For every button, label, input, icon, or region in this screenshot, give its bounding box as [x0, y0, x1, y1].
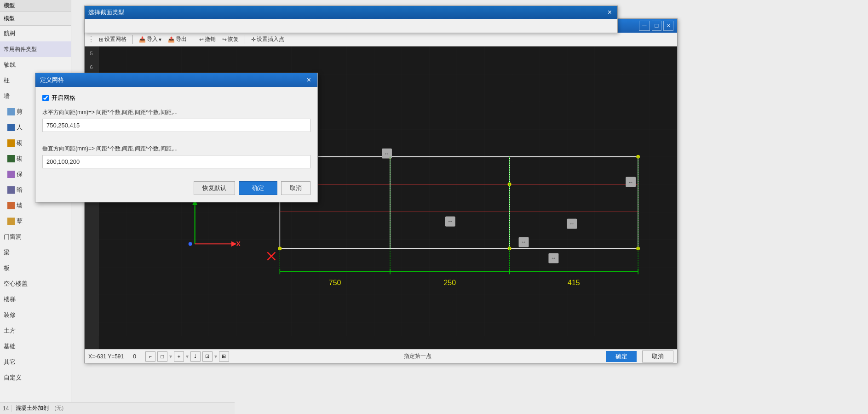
- v-spacing-group: 垂直方向间距(mm)=> 间距*个数,间距,间距*个数,间距,...: [42, 145, 310, 175]
- status-icon-box[interactable]: □: [157, 351, 167, 362]
- bottom-material-value: (无): [52, 404, 65, 412]
- editor-minimize-btn[interactable]: ─: [639, 21, 650, 31]
- dim-label-750: 750: [329, 279, 341, 287]
- editor-toolbar1: ⋮ ⊞ 设置网格 📥 导入 ▾ 📤 导出 ↩ 撤销 ↪ 恢复: [85, 33, 677, 46]
- enable-grid-checkbox[interactable]: [42, 95, 49, 101]
- bottom-material-label: 混凝土外加剂: [12, 404, 52, 412]
- sidebar-item-common[interactable]: 常用构件类型: [0, 41, 71, 57]
- select-section-dialog: 选择截面类型 ×: [84, 6, 618, 33]
- restore-default-btn[interactable]: 恢复默认: [194, 181, 235, 195]
- grid-dialog-buttons: 恢复默认 确定 取消: [42, 181, 310, 195]
- editor-close-btn[interactable]: ×: [663, 21, 673, 31]
- sep2: [193, 35, 193, 44]
- svg-text:↔: ↔: [384, 150, 390, 157]
- status-icon-note[interactable]: ♩: [190, 351, 201, 362]
- toolbar-import-btn[interactable]: 📥 导入 ▾: [137, 34, 164, 44]
- grid-dialog-body: 开启网格 水平方向间距(mm)=> 间距*个数,间距,间距*个数,间距,... …: [35, 87, 317, 202]
- grid-dialog-titlebar: 定义网格 ×: [35, 73, 317, 87]
- sidebar-item-hollow[interactable]: 空心楼盖: [0, 276, 71, 292]
- sidebar-item-foundation[interactable]: 基础: [0, 339, 71, 354]
- select-section-title: 选择截面类型: [88, 8, 124, 17]
- svg-text:↔: ↔: [551, 255, 556, 261]
- grid-dialog: 定义网格 × 开启网格 水平方向间距(mm)=> 间距*个数,间距,间距*个数,…: [35, 73, 318, 202]
- sidebar-item-door[interactable]: 门窗洞: [0, 229, 71, 245]
- bottom-strip: 14 混凝土外加剂 (无): [0, 402, 235, 414]
- status-icon-plus[interactable]: +: [174, 351, 184, 362]
- status-icons: ⌐ □ ▾ + ▾ ♩ ⊡ ▾ ⊞: [145, 351, 229, 362]
- sidebar-item-xun[interactable]: 蕈: [4, 213, 71, 229]
- toolbar-export-btn[interactable]: 📤 导出: [166, 34, 189, 44]
- sep3: [245, 35, 245, 44]
- status-prompt: 指定第一点: [235, 352, 601, 360]
- toolbar1-drag-handle: ⋮: [87, 35, 95, 44]
- sep1: [132, 35, 133, 44]
- undo-icon: ↩: [199, 36, 204, 43]
- select-section-close-btn[interactable]: ×: [606, 9, 614, 16]
- enable-grid-row: 开启网格: [42, 94, 310, 102]
- status-icon-corner[interactable]: ⌐: [145, 351, 155, 362]
- sidebar-item-axis[interactable]: 轴线: [0, 57, 71, 73]
- svg-point-4: [189, 242, 192, 246]
- import-icon: 📥: [139, 36, 146, 43]
- sidebar-item-slab[interactable]: 板: [0, 260, 71, 276]
- sidebar: 模型 模型 航树 常用构件类型 轴线 柱 墙 剪 人 砌 砌 保 暗 墙 蕈 门…: [0, 0, 71, 414]
- sidebar-header: 模型: [0, 0, 71, 12]
- status-coords: X=-631 Y=591: [88, 353, 124, 360]
- status-zero: 0: [129, 353, 140, 360]
- grid-icon: ⊞: [99, 36, 103, 43]
- bottom-row-num: 14: [0, 405, 12, 412]
- h-spacing-input[interactable]: [42, 119, 310, 132]
- h-spacing-group: 水平方向间距(mm)=> 间距*个数,间距,间距*个数,间距,...: [42, 109, 310, 138]
- x-axis-label: X: [236, 240, 241, 247]
- status-icon-screen[interactable]: ⊡: [202, 351, 213, 362]
- dim-label-415: 415: [568, 279, 580, 287]
- sidebar-model-tab[interactable]: 模型: [0, 12, 71, 26]
- status-cancel-btn[interactable]: 取消: [642, 351, 673, 362]
- h-spacing-label: 水平方向间距(mm)=> 间距*个数,间距,间距*个数,间距,...: [42, 109, 310, 116]
- svg-text:↔: ↔: [628, 179, 633, 185]
- row-num-6: 6: [85, 60, 98, 74]
- sidebar-item-stair[interactable]: 楼梯: [0, 292, 71, 307]
- grid-dialog-close-btn[interactable]: ×: [305, 76, 313, 84]
- svg-text:↔: ↔: [569, 220, 575, 227]
- v-spacing-input[interactable]: [42, 155, 310, 168]
- grid-confirm-btn[interactable]: 确定: [239, 181, 277, 195]
- toolbar-set-grid-btn[interactable]: ⊞ 设置网格: [97, 34, 129, 44]
- sidebar-item-decoration[interactable]: 装修: [0, 307, 71, 323]
- enable-grid-label[interactable]: 开启网格: [52, 94, 75, 102]
- v-spacing-label: 垂直方向间距(mm)=> 间距*个数,间距,间距*个数,间距,...: [42, 145, 310, 153]
- editor-title-controls: ─ □ ×: [639, 21, 673, 31]
- svg-text:↔: ↔: [521, 239, 527, 245]
- sidebar-item-earth[interactable]: 土方: [0, 323, 71, 339]
- app-container: 模型 模型 航树 常用构件类型 轴线 柱 墙 剪 人 砌 砌 保 暗 墙 蕈 门…: [0, 0, 868, 414]
- sidebar-item-lvshu[interactable]: 航树: [0, 26, 71, 41]
- insert-icon: ✛: [251, 36, 256, 43]
- import-dropdown-icon: ▾: [159, 36, 161, 43]
- svg-text:↔: ↔: [448, 218, 453, 224]
- select-section-content: [85, 19, 617, 26]
- editor-maximize-btn[interactable]: □: [652, 21, 662, 31]
- export-icon: 📤: [168, 36, 175, 43]
- sidebar-item-beam[interactable]: 梁: [0, 245, 71, 260]
- status-icon-grid2[interactable]: ⊞: [219, 351, 229, 362]
- status-confirm-btn[interactable]: 确定: [606, 351, 637, 362]
- select-section-titlebar: 选择截面类型 ×: [85, 6, 617, 19]
- sidebar-item-custom[interactable]: 自定义: [0, 370, 71, 385]
- status-bar: X=-631 Y=591 0 ⌐ □ ▾ + ▾ ♩ ⊡ ▾ ⊞ 指定第一点 确…: [85, 349, 677, 363]
- row-num-5: 5: [85, 46, 98, 60]
- sidebar-item-other[interactable]: 其它: [0, 354, 71, 370]
- redo-icon: ↪: [222, 36, 227, 43]
- dim-label-250: 250: [443, 279, 456, 287]
- toolbar-undo-btn[interactable]: ↩ 撤销: [197, 34, 218, 44]
- toolbar-insert-point-btn[interactable]: ✛ 设置插入点: [249, 34, 287, 44]
- toolbar-redo-btn[interactable]: ↪ 恢复: [220, 34, 241, 44]
- grid-dialog-title: 定义网格: [40, 76, 64, 84]
- grid-cancel-btn[interactable]: 取消: [281, 181, 310, 195]
